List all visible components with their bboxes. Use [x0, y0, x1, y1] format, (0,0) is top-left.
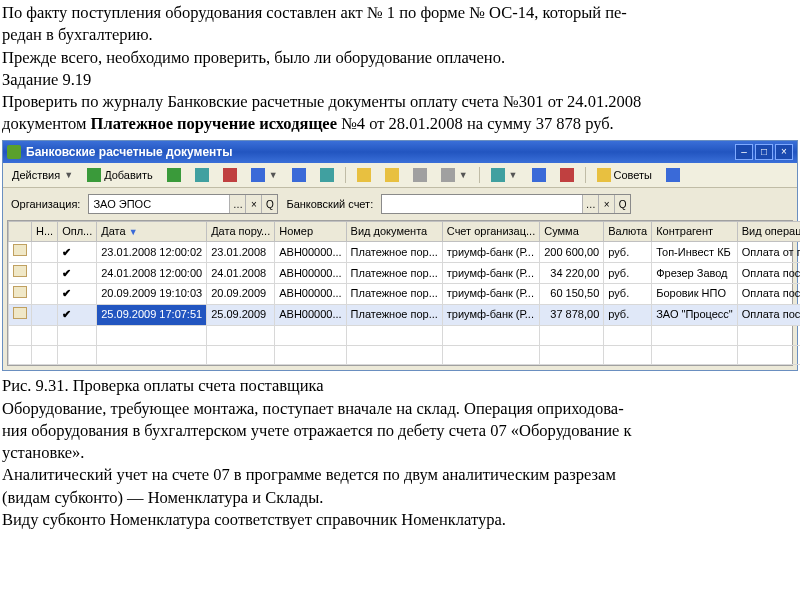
cell[interactable]: АВН00000... [275, 263, 346, 284]
cell[interactable]: 25.09.2009 17:07:51 [97, 304, 207, 325]
cell[interactable] [9, 283, 32, 304]
cell[interactable]: Оплата пост... [737, 263, 800, 284]
org-combo[interactable]: ЗАО ЭПОС … × Q [88, 194, 278, 214]
org-select-button[interactable]: … [229, 195, 245, 213]
cell[interactable] [9, 304, 32, 325]
cell[interactable]: АВН00000... [275, 304, 346, 325]
tb-icon-13[interactable] [555, 166, 579, 184]
cell[interactable]: 60 150,50 [540, 283, 604, 304]
cell[interactable]: Платежное пор... [346, 304, 442, 325]
tb-icon-2[interactable] [190, 166, 214, 184]
col-opl[interactable]: Опл... [58, 222, 97, 242]
tips-button[interactable]: Советы [592, 166, 657, 185]
cell[interactable]: руб. [604, 242, 652, 263]
subreport-icon [560, 168, 574, 182]
org-open-button[interactable]: Q [261, 195, 277, 213]
cell[interactable]: Оплата пост... [737, 283, 800, 304]
cell[interactable]: 24.01.2008 [207, 263, 275, 284]
acct-clear-button[interactable]: × [598, 195, 614, 213]
grid[interactable]: Н... Опл... Дата ▼ Дата пору... Номер Ви… [7, 220, 793, 366]
org-clear-button[interactable]: × [245, 195, 261, 213]
cell[interactable]: 20.09.2009 [207, 283, 275, 304]
cell[interactable]: Оплата от по... [737, 242, 800, 263]
cell[interactable]: 24.01.2008 12:00:00 [97, 263, 207, 284]
acct-open-button[interactable]: Q [614, 195, 630, 213]
table-row[interactable]: ✔20.09.2009 19:10:0320.09.2009АВН00000..… [9, 283, 801, 304]
tb-icon-5[interactable] [287, 166, 311, 184]
close-button[interactable]: × [775, 144, 793, 160]
cell[interactable]: ✔ [58, 263, 97, 284]
doc-p4: документом Платежное поручение исходящее… [2, 113, 798, 135]
cell[interactable]: триумф-банк (Р... [442, 283, 539, 304]
tb-icon-6[interactable] [315, 166, 339, 184]
titlebar[interactable]: Банковские расчетные документы – □ × [3, 141, 797, 163]
table-row[interactable]: ✔24.01.2008 12:00:0024.01.2008АВН00000..… [9, 263, 801, 284]
tb-icon-4[interactable]: ▼ [246, 166, 283, 184]
cell[interactable]: Топ-Инвест КБ [652, 242, 738, 263]
cell[interactable] [32, 263, 58, 284]
cell[interactable]: Платежное пор... [346, 242, 442, 263]
col-contr[interactable]: Контрагент [652, 222, 738, 242]
cell[interactable]: 20.09.2009 19:10:03 [97, 283, 207, 304]
actions-menu[interactable]: Действия▼ [7, 166, 78, 185]
cell[interactable]: АВН00000... [275, 242, 346, 263]
col-op[interactable]: Вид операции [737, 222, 800, 242]
cell[interactable]: АВН00000... [275, 283, 346, 304]
col-cur[interactable]: Валюта [604, 222, 652, 242]
col-date[interactable]: Дата ▼ [97, 222, 207, 242]
edit-icon [195, 168, 209, 182]
cell[interactable]: 23.01.2008 [207, 242, 275, 263]
cell[interactable]: ✔ [58, 242, 97, 263]
table-row[interactable]: ✔23.01.2008 12:00:0223.01.2008АВН00000..… [9, 242, 801, 263]
cell[interactable]: 200 600,00 [540, 242, 604, 263]
add-button[interactable]: Добавить [82, 166, 158, 185]
grid-header-row[interactable]: Н... Опл... Дата ▼ Дата пору... Номер Ви… [9, 222, 801, 242]
cell[interactable]: Фрезер Завод [652, 263, 738, 284]
cell[interactable] [32, 283, 58, 304]
cell[interactable] [32, 242, 58, 263]
maximize-button[interactable]: □ [755, 144, 773, 160]
acct-select-button[interactable]: … [582, 195, 598, 213]
tb-icon-1[interactable] [162, 166, 186, 184]
cell[interactable]: Платежное пор... [346, 283, 442, 304]
cell[interactable]: триумф-банк (Р... [442, 263, 539, 284]
cell[interactable]: ✔ [58, 283, 97, 304]
tb-icon-7[interactable] [352, 166, 376, 184]
col-pdate[interactable]: Дата пору... [207, 222, 275, 242]
cell[interactable]: Платежное пор... [346, 263, 442, 284]
cell[interactable] [32, 304, 58, 325]
help-button[interactable] [661, 166, 685, 184]
cell[interactable]: триумф-банк (Р... [442, 304, 539, 325]
col-icon[interactable] [9, 222, 32, 242]
col-docnum[interactable]: Номер [275, 222, 346, 242]
tb-icon-3[interactable] [218, 166, 242, 184]
cell[interactable]: руб. [604, 263, 652, 284]
tb-icon-9[interactable] [408, 166, 432, 184]
paid-check-icon: ✔ [62, 287, 71, 299]
acct-combo[interactable]: … × Q [381, 194, 631, 214]
cell[interactable]: руб. [604, 304, 652, 325]
cell[interactable]: руб. [604, 283, 652, 304]
cell[interactable]: Оплата пост... [737, 304, 800, 325]
tb-icon-12[interactable] [527, 166, 551, 184]
cell[interactable]: Боровик НПО [652, 283, 738, 304]
tb-icon-8[interactable] [380, 166, 404, 184]
cell[interactable]: 37 878,00 [540, 304, 604, 325]
cell[interactable]: 23.01.2008 12:00:02 [97, 242, 207, 263]
lightbulb-icon [597, 168, 611, 182]
tb-icon-11[interactable]: ▼ [486, 166, 523, 184]
tb-icon-10[interactable]: ▼ [436, 166, 473, 184]
col-sum[interactable]: Сумма [540, 222, 604, 242]
col-acct[interactable]: Счет организац... [442, 222, 539, 242]
cell[interactable]: ✔ [58, 304, 97, 325]
cell[interactable]: 25.09.2009 [207, 304, 275, 325]
table-row[interactable]: ✔25.09.2009 17:07:5125.09.2009АВН00000..… [9, 304, 801, 325]
col-vid[interactable]: Вид документа [346, 222, 442, 242]
cell[interactable]: триумф-банк (Р... [442, 242, 539, 263]
cell[interactable] [9, 242, 32, 263]
cell[interactable] [9, 263, 32, 284]
cell[interactable]: ЗАО "Процесс" [652, 304, 738, 325]
minimize-button[interactable]: – [735, 144, 753, 160]
cell[interactable]: 34 220,00 [540, 263, 604, 284]
col-num[interactable]: Н... [32, 222, 58, 242]
